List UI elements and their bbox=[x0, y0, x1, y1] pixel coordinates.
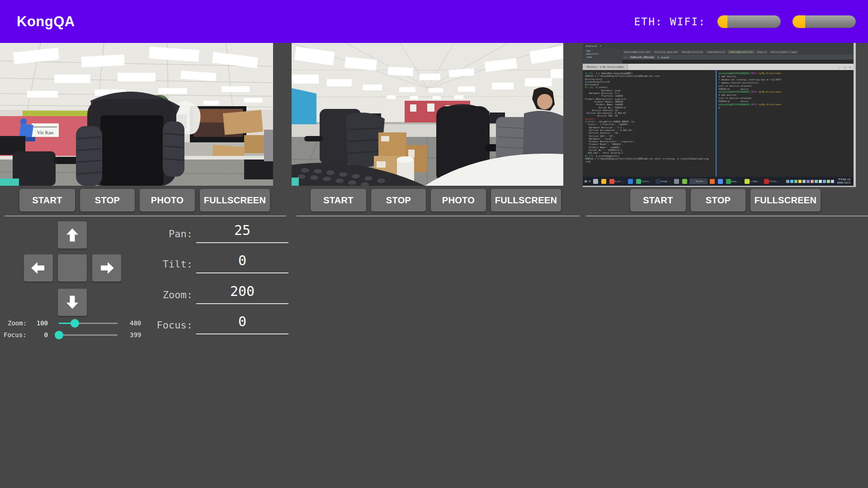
gdrive-icon: G:Dri... bbox=[609, 178, 626, 184]
tilt-down-button[interactable] bbox=[58, 289, 87, 316]
terminal-line: * daemon started successfully bbox=[719, 81, 852, 84]
panel-1-divider bbox=[5, 216, 286, 216]
ide-search-results: 1 result bbox=[657, 56, 670, 59]
tray-icon bbox=[790, 180, 793, 183]
window-controls: — ▢ ✕ bbox=[839, 66, 854, 69]
ide-tab: CameraOperator.kt bbox=[728, 50, 755, 54]
internal-app-icon: Intern... bbox=[635, 178, 653, 184]
picpick-icon: PicPic... bbox=[763, 178, 781, 184]
tilt-up-button[interactable] bbox=[58, 221, 87, 249]
ide-editor-tabs: AndroidManifest.xmlactivity_main.xmlMain… bbox=[583, 49, 854, 55]
pan-right-button[interactable] bbox=[92, 254, 121, 282]
file-explorer-icon bbox=[600, 178, 607, 184]
camera-2-fullscreen-button[interactable]: FULLSCREEN bbox=[491, 189, 561, 211]
camera-3-image: Android ▾ AndroidManifest.xmlactivity_ma… bbox=[583, 43, 854, 186]
pan-field-row: Pan: 25 bbox=[136, 222, 288, 243]
taskbar-clock: 下午04:13 2020/12/2 bbox=[835, 178, 852, 184]
store-icon bbox=[717, 178, 724, 184]
camera-2-photo-button[interactable]: PHOTO bbox=[431, 189, 486, 211]
terminal-line: ahuang11@662209346N8001 MSYS /g/My Drive… bbox=[719, 72, 852, 75]
zoom-input[interactable]: 200 bbox=[196, 283, 288, 304]
ptz-home-button[interactable] bbox=[58, 254, 87, 282]
tray-icon bbox=[815, 180, 818, 183]
taskbar-apps: G:Dri...Intern...KongQ...IPytho...Kong .… bbox=[592, 178, 782, 184]
project-selector: Android bbox=[585, 44, 597, 47]
camera-feed-3: Android ▾ AndroidManifest.xmlactivity_ma… bbox=[583, 43, 856, 187]
ide-search-text: TEMPLATE_PREVIEW bbox=[630, 56, 654, 59]
camera-3-stop-button[interactable]: STOP bbox=[691, 189, 745, 211]
ipython-icon: IPytho... bbox=[689, 178, 708, 184]
zoom-slider-track[interactable] bbox=[59, 323, 118, 324]
camera-1-photo-button[interactable]: PHOTO bbox=[140, 189, 195, 211]
ide-search-bar: ⌕ TEMPLATE_PREVIEW 1 result bbox=[623, 55, 854, 60]
focus-slider-track[interactable] bbox=[59, 334, 118, 336]
arrow-up-icon bbox=[62, 225, 82, 245]
tilt-field-label: Tilt: bbox=[136, 258, 193, 270]
ide-tab: AndroidManifest.xml bbox=[623, 50, 652, 54]
app-title: KongQA bbox=[17, 14, 75, 30]
tree-item: java bbox=[586, 56, 622, 59]
camera-1-start-button[interactable]: START bbox=[19, 189, 75, 211]
edge-icon bbox=[627, 178, 634, 184]
focus-slider-thumb[interactable] bbox=[55, 331, 63, 339]
tilt-input[interactable]: 0 bbox=[196, 253, 288, 273]
arrow-down-icon bbox=[62, 292, 82, 312]
ide-project-tree: appmanifestsjava bbox=[583, 49, 622, 64]
clock-time: 下午04:13 bbox=[837, 178, 850, 181]
taskbar-tray bbox=[786, 180, 834, 183]
panel-2-divider bbox=[297, 216, 580, 216]
wifi-signal-bar bbox=[793, 15, 856, 28]
ipython-console-pane: In [3]: k = RobotRun.kong.KongADB()ADBCm… bbox=[583, 70, 716, 177]
network-label: ETH: WIFI: bbox=[634, 16, 706, 28]
terminal-line: * daemon not running; starting now at tc… bbox=[719, 78, 852, 81]
kongqa-app: KongQA ETH: WIFI: bbox=[0, 0, 868, 488]
camera-1-fullscreen-button[interactable]: FULLSCREEN bbox=[200, 189, 270, 211]
arrow-right-icon bbox=[97, 258, 117, 278]
camera-1-stop-button[interactable]: STOP bbox=[80, 189, 135, 211]
robot-folder-icon: C:\Rob... bbox=[744, 178, 762, 184]
camera-feed-1: Vic Kao bbox=[0, 43, 273, 186]
camera-2-image bbox=[292, 43, 563, 186]
terminal-line: List of devices attached bbox=[719, 97, 852, 100]
kong-chrome-icon: Kong ... bbox=[725, 178, 742, 184]
tree-item: manifests bbox=[586, 52, 622, 56]
close-icon: ✕ bbox=[849, 66, 851, 69]
console-window-titlebar: IPython: G:My Drive/codes — ▢ ✕ bbox=[583, 64, 854, 70]
camera-2-stop-button[interactable]: STOP bbox=[371, 189, 426, 211]
pan-input[interactable]: 25 bbox=[196, 222, 288, 243]
tray-icon bbox=[819, 180, 822, 183]
camera-1-image: Vic Kao bbox=[0, 43, 273, 186]
focus-slider-row: Focus: 0 399 bbox=[0, 330, 154, 340]
msys-terminal-pane: ahuang11@662209346N8001 MSYS /g/My Drive… bbox=[717, 70, 854, 177]
camera-3-start-button[interactable]: START bbox=[630, 189, 686, 211]
eth-signal-fill bbox=[717, 15, 727, 28]
camera-3-fullscreen-button[interactable]: FULLSCREEN bbox=[750, 189, 821, 211]
panel-3-divider bbox=[586, 216, 868, 216]
task-view-icon bbox=[592, 178, 599, 184]
clock-date: 2020/12/2 bbox=[837, 181, 850, 184]
unity-icon bbox=[673, 178, 680, 184]
zoom-slider-thumb[interactable] bbox=[71, 319, 79, 328]
tilt-field-row: Tilt: 0 bbox=[136, 253, 288, 273]
pan-left-button[interactable] bbox=[24, 254, 53, 282]
ide-tab: build.gradle (:app) bbox=[769, 50, 799, 54]
chevron-down-icon: ▾ bbox=[599, 44, 601, 47]
camera-3-controls: START STOP FULLSCREEN bbox=[630, 189, 821, 211]
maximize-icon: ▢ bbox=[844, 66, 846, 69]
focus-input[interactable]: 0 bbox=[196, 314, 288, 334]
camera-2-start-button[interactable]: START bbox=[311, 189, 366, 211]
focus-slider-label: Focus: bbox=[4, 331, 27, 338]
focus-field-row: Focus: 0 bbox=[136, 314, 288, 334]
focus-field-label: Focus: bbox=[136, 319, 193, 331]
zoom-field-row: Zoom: 200 bbox=[136, 283, 288, 304]
tray-icon bbox=[807, 180, 810, 183]
ide-tab: activity_main.xml bbox=[653, 50, 679, 54]
minimize-icon: — bbox=[839, 66, 840, 69]
tray-icon bbox=[823, 180, 826, 183]
search-icon: ⌕ bbox=[625, 56, 626, 59]
kongqa-app-icon: KongQ... bbox=[655, 178, 672, 184]
terminal-line: 93858fc4 device bbox=[719, 100, 852, 103]
eth-signal-bar bbox=[717, 15, 781, 28]
console-body: In [3]: k = RobotRun.kong.KongADB()ADBCm… bbox=[583, 70, 854, 177]
zoom-slider-row: Zoom: 100 480 bbox=[0, 319, 154, 328]
